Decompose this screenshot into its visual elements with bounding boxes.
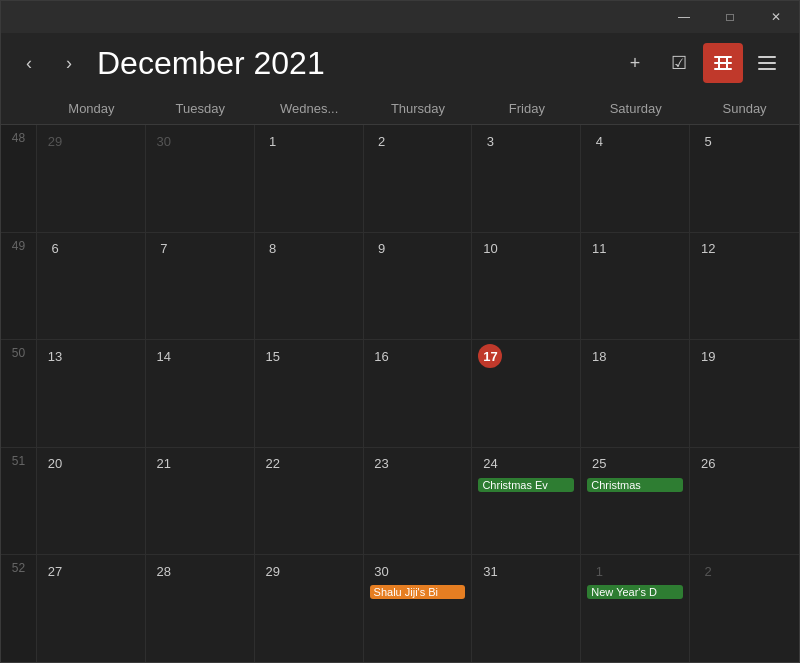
day-cell-w3-d6[interactable]: 26 <box>690 448 799 555</box>
day-cell-w0-d4[interactable]: 3 <box>472 125 581 232</box>
day-cell-w3-d0[interactable]: 20 <box>37 448 146 555</box>
day-cell-w2-d5[interactable]: 18 <box>581 340 690 447</box>
svg-rect-2 <box>714 68 732 70</box>
day-cell-w1-d0[interactable]: 6 <box>37 233 146 340</box>
day-cell-w0-d3[interactable]: 2 <box>364 125 473 232</box>
day-number-w3-d0: 20 <box>43 452 67 476</box>
minimize-button[interactable]: — <box>661 1 707 33</box>
day-cell-w1-d1[interactable]: 7 <box>146 233 255 340</box>
day-number-w2-d6: 19 <box>696 344 720 368</box>
svg-rect-5 <box>758 56 776 58</box>
day-number-w3-d4: 24 <box>478 452 502 476</box>
day-number-w0-d1: 30 <box>152 129 176 153</box>
day-cell-w0-d6[interactable]: 5 <box>690 125 799 232</box>
day-cell-w0-d1[interactable]: 30 <box>146 125 255 232</box>
day-cell-w4-d2[interactable]: 29 <box>255 555 364 662</box>
svg-rect-3 <box>718 56 720 70</box>
calendar-grid: Monday Tuesday Wednes... Thursday Friday… <box>1 93 799 662</box>
week-row-2: 5013141516171819 <box>1 340 799 448</box>
weeks-container: 4829301234549678910111250131415161718195… <box>1 125 799 662</box>
event-pill-w3-d5-e0[interactable]: Christmas <box>587 478 683 492</box>
day-cell-w4-d1[interactable]: 28 <box>146 555 255 662</box>
day-cell-w0-d2[interactable]: 1 <box>255 125 364 232</box>
day-cell-w1-d5[interactable]: 11 <box>581 233 690 340</box>
day-cell-w1-d6[interactable]: 12 <box>690 233 799 340</box>
day-number-w1-d2: 8 <box>261 237 285 261</box>
day-number-w0-d0: 29 <box>43 129 67 153</box>
day-number-w4-d2: 29 <box>261 559 285 583</box>
day-cell-w4-d4[interactable]: 31 <box>472 555 581 662</box>
day-cell-w3-d2[interactable]: 22 <box>255 448 364 555</box>
day-cell-w4-d5[interactable]: 1New Year's D <box>581 555 690 662</box>
day-headers-row: Monday Tuesday Wednes... Thursday Friday… <box>1 93 799 125</box>
day-cell-w2-d6[interactable]: 19 <box>690 340 799 447</box>
prev-month-button[interactable]: ‹ <box>13 47 45 79</box>
day-number-w1-d5: 11 <box>587 237 611 261</box>
day-number-w1-d0: 6 <box>43 237 67 261</box>
day-number-w3-d3: 23 <box>370 452 394 476</box>
day-number-w4-d4: 31 <box>478 559 502 583</box>
week-row-0: 48293012345 <box>1 125 799 233</box>
day-number-w0-d6: 5 <box>696 129 720 153</box>
day-header-wednesday: Wednes... <box>255 93 364 124</box>
day-number-w2-d5: 18 <box>587 344 611 368</box>
day-number-w0-d3: 2 <box>370 129 394 153</box>
day-cell-w2-d0[interactable]: 13 <box>37 340 146 447</box>
day-header-saturday: Saturday <box>581 93 690 124</box>
week-num-1: 49 <box>1 233 37 340</box>
view-button[interactable] <box>703 43 743 83</box>
day-header-sunday: Sunday <box>690 93 799 124</box>
day-cell-w2-d3[interactable]: 16 <box>364 340 473 447</box>
day-number-w1-d1: 7 <box>152 237 176 261</box>
svg-rect-0 <box>714 56 732 58</box>
day-cell-w4-d6[interactable]: 2 <box>690 555 799 662</box>
day-number-w0-d2: 1 <box>261 129 285 153</box>
week-row-1: 496789101112 <box>1 233 799 341</box>
maximize-button[interactable]: □ <box>707 1 753 33</box>
week-row-3: 512021222324Christmas Ev25Christmas26 <box>1 448 799 556</box>
day-cell-w1-d3[interactable]: 9 <box>364 233 473 340</box>
day-cell-w4-d0[interactable]: 27 <box>37 555 146 662</box>
day-number-w4-d0: 27 <box>43 559 67 583</box>
svg-rect-6 <box>758 62 776 64</box>
add-event-button[interactable]: + <box>615 43 655 83</box>
day-cell-w0-d5[interactable]: 4 <box>581 125 690 232</box>
day-cell-w3-d4[interactable]: 24Christmas Ev <box>472 448 581 555</box>
day-header-friday: Friday <box>472 93 581 124</box>
day-header-monday: Monday <box>37 93 146 124</box>
day-cell-w1-d4[interactable]: 10 <box>472 233 581 340</box>
day-cell-w2-d2[interactable]: 15 <box>255 340 364 447</box>
day-cell-w0-d0[interactable]: 29 <box>37 125 146 232</box>
next-month-button[interactable]: › <box>53 47 85 79</box>
week-num-2: 50 <box>1 340 37 447</box>
day-number-w3-d2: 22 <box>261 452 285 476</box>
week-num-0: 48 <box>1 125 37 232</box>
day-header-thursday: Thursday <box>364 93 473 124</box>
month-title: December 2021 <box>97 45 607 82</box>
menu-button[interactable] <box>747 43 787 83</box>
day-number-w2-d4: 17 <box>478 344 502 368</box>
day-cell-w2-d1[interactable]: 14 <box>146 340 255 447</box>
tasks-button[interactable]: ☑ <box>659 43 699 83</box>
day-cell-w4-d3[interactable]: 30Shalu Jiji's Bi <box>364 555 473 662</box>
day-number-w0-d4: 3 <box>478 129 502 153</box>
event-pill-w4-d5-e0[interactable]: New Year's D <box>587 585 683 599</box>
day-cell-w1-d2[interactable]: 8 <box>255 233 364 340</box>
day-number-w1-d6: 12 <box>696 237 720 261</box>
day-number-w2-d0: 13 <box>43 344 67 368</box>
app-window: — □ ✕ ‹ › December 2021 + ☑ <box>0 0 800 663</box>
day-number-w0-d5: 4 <box>587 129 611 153</box>
day-cell-w3-d5[interactable]: 25Christmas <box>581 448 690 555</box>
day-cell-w3-d3[interactable]: 23 <box>364 448 473 555</box>
week-row-4: 5227282930Shalu Jiji's Bi311New Year's D… <box>1 555 799 662</box>
event-pill-w3-d4-e0[interactable]: Christmas Ev <box>478 478 574 492</box>
day-number-w3-d1: 21 <box>152 452 176 476</box>
week-num-3: 51 <box>1 448 37 555</box>
day-cell-w2-d4[interactable]: 17 <box>472 340 581 447</box>
day-cell-w3-d1[interactable]: 21 <box>146 448 255 555</box>
day-number-w2-d3: 16 <box>370 344 394 368</box>
day-number-w4-d6: 2 <box>696 559 720 583</box>
toolbar: + ☑ <box>615 43 787 83</box>
event-pill-w4-d3-e0[interactable]: Shalu Jiji's Bi <box>370 585 466 599</box>
close-button[interactable]: ✕ <box>753 1 799 33</box>
